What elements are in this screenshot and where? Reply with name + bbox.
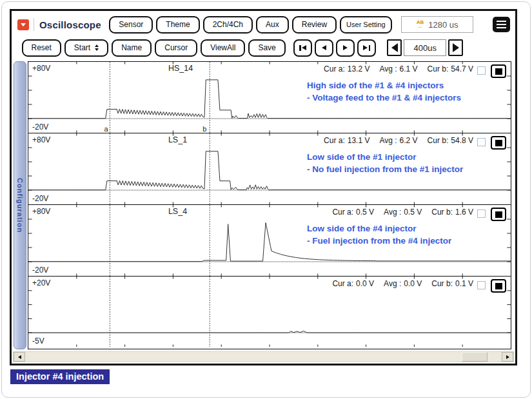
scale-max-label: +80V [32, 135, 50, 144]
spinner-icon [95, 44, 99, 51]
skip-to-end-button[interactable] [357, 39, 376, 57]
left-arrow-icon [18, 355, 21, 359]
scale-max-label: +80V [32, 207, 50, 216]
filled-square-icon [495, 211, 502, 218]
channel-toggle-button[interactable] [491, 136, 506, 150]
cursor-b-label: b [202, 125, 206, 133]
filled-square-icon [495, 283, 502, 289]
configuration-tab[interactable]: Configuration [14, 61, 26, 349]
measurements: Cur a:13.1 V Avg :6.2 V Cur b:54.8 V [324, 136, 473, 145]
step-back-icon [322, 45, 326, 50]
scale-min-label: -20V [32, 122, 48, 131]
skip-start-icon [299, 45, 301, 51]
channel-panel-4: +20V -5V Cur a:0.0 V Avg :0.0 V Cur b:0.… [28, 277, 511, 347]
channel-toggle-button[interactable] [491, 208, 506, 221]
channel-checkbox[interactable] [477, 66, 486, 75]
channel-toggle-button[interactable] [491, 279, 506, 293]
list-menu-button[interactable] [493, 17, 510, 32]
channel-panel-1: +80V -20V HS_14 Cur a:13.2 V Avg :6.1 V … [28, 62, 511, 133]
left-arrow-icon [391, 43, 398, 52]
divider [34, 18, 34, 31]
scale-min-label: -20V [32, 194, 48, 203]
scale-max-label: +80V [32, 64, 50, 73]
screen: Oscilloscope Sensor Theme 2Ch/4Ch Aux Re… [0, 0, 532, 399]
playback-controls [293, 39, 376, 57]
sensor-button[interactable]: Sensor [109, 16, 153, 34]
dropdown-arrow-icon [21, 23, 26, 26]
app-menu-icon[interactable] [17, 19, 29, 30]
channel-name: HS_14 [168, 64, 193, 73]
timebase-value: 400us [404, 39, 446, 56]
ab-time-value: 1280 us [428, 20, 458, 30]
app-title: Oscilloscope [39, 19, 101, 30]
measurements: Cur a:0.0 V Avg :0.0 V Cur b:0.1 V [332, 279, 473, 288]
reset-button[interactable]: Reset [22, 39, 61, 57]
ab-cursor-icon: AB ↔ [417, 20, 424, 30]
scroll-left-button[interactable] [14, 352, 25, 362]
channel-name: LS_1 [168, 135, 187, 144]
measurements: Cur a:0.5 V Avg :0.5 V Cur b:1.6 V [332, 208, 473, 217]
step-back-button[interactable] [315, 39, 333, 57]
save-button[interactable]: Save [248, 39, 285, 57]
channel-mode-button[interactable]: 2Ch/4Ch [203, 16, 253, 34]
channel-panel-3: +80V -20V LS_4 Cur a:0.5 V Avg :0.5 V Cu… [28, 205, 511, 277]
scale-max-label: +20V [32, 278, 50, 287]
scrollbar-thumb[interactable] [462, 352, 488, 362]
cursor-button[interactable]: Cursor [155, 39, 197, 57]
filled-square-icon [495, 140, 502, 146]
timebase-increase-button[interactable] [448, 39, 463, 56]
horizontal-scrollbar[interactable] [13, 351, 514, 362]
oscilloscope-window: Oscilloscope Sensor Theme 2Ch/4Ch Aux Re… [10, 9, 517, 365]
ab-time-display: AB ↔ 1280 us [401, 16, 473, 33]
scale-min-label: -5V [32, 336, 44, 345]
channel-checkbox[interactable] [477, 138, 486, 146]
measurements: Cur a:13.2 V Avg :6.1 V Cur b:54.7 V [324, 64, 473, 73]
right-arrow-icon [453, 43, 459, 52]
name-button[interactable]: Name [112, 39, 152, 57]
skip-to-start-button[interactable] [293, 39, 312, 57]
annotation: High side of the #1 & #4 injectors - Vol… [307, 79, 461, 104]
step-forward-icon [343, 45, 348, 50]
caption-badge: Injector #4 injection [10, 369, 110, 384]
skip-end-icon [363, 45, 368, 50]
annotation: Low side of the #1 injector - No fuel in… [307, 151, 463, 175]
scope-plot-area: +80V -20V HS_14 Cur a:13.2 V Avg :6.1 V … [28, 61, 511, 349]
timebase-selector: 400us [387, 39, 463, 56]
annotation: Low side of the #4 injector - Fuel injec… [307, 222, 451, 247]
top-toolbar: Oscilloscope Sensor Theme 2Ch/4Ch Aux Re… [17, 15, 510, 34]
start-label: Start [74, 43, 90, 52]
filled-square-icon [495, 68, 502, 75]
control-toolbar: Reset Start Name Cursor ViewAll Save 400… [20, 38, 510, 57]
channel-checkbox[interactable] [477, 209, 486, 218]
theme-button[interactable]: Theme [156, 16, 199, 34]
channel-toggle-button[interactable] [491, 64, 506, 78]
review-button[interactable]: Review [292, 16, 337, 34]
user-setting-button[interactable]: User Setting [340, 16, 392, 34]
channel-panel-2: +80V -20V LS_1 Cur a:13.1 V Avg :6.2 V C… [28, 133, 511, 205]
scale-min-label: -20V [32, 266, 48, 275]
timebase-decrease-button[interactable] [387, 39, 402, 56]
channel-checkbox[interactable] [477, 281, 486, 289]
cursor-a-label: a [104, 125, 108, 133]
scroll-right-button[interactable] [502, 352, 513, 362]
step-forward-button[interactable] [336, 39, 355, 57]
viewall-button[interactable]: ViewAll [201, 39, 245, 57]
channel-name: LS_4 [168, 207, 187, 216]
aux-button[interactable]: Aux [256, 16, 289, 34]
start-button[interactable]: Start [64, 39, 108, 57]
right-arrow-icon [506, 355, 509, 359]
